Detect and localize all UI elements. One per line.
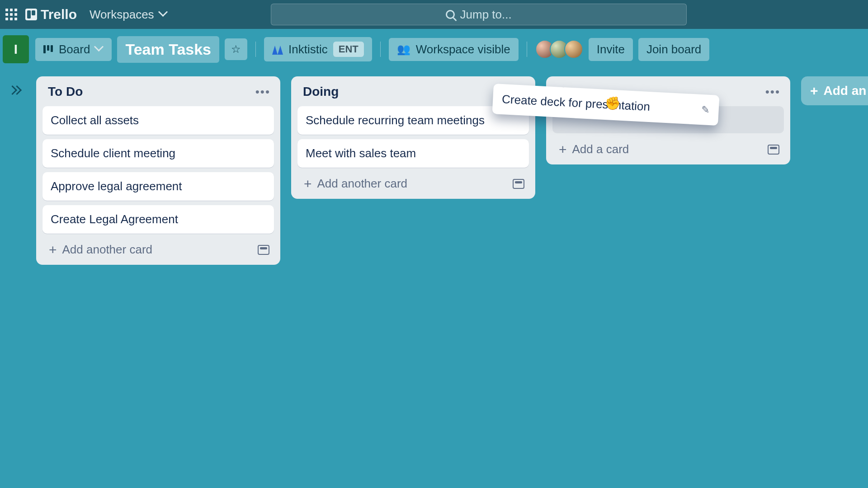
chevron-down-icon <box>95 45 104 53</box>
add-card-button[interactable]: +Add a card <box>552 138 784 161</box>
card-template-icon[interactable] <box>768 145 779 155</box>
card-text: Approve legal agreement <box>51 179 182 193</box>
invite-button[interactable]: Invite <box>589 38 633 61</box>
card[interactable]: Meet with sales team <box>297 139 529 168</box>
trello-logo-text: Trello <box>41 7 77 22</box>
plus-icon: + <box>49 243 57 257</box>
divider <box>255 42 256 57</box>
card[interactable]: Approve legal agreement <box>42 172 274 201</box>
board-header-row: I Board Team Tasks ☆ Inktistic ENT 👥 Wor… <box>0 29 868 63</box>
card-template-icon[interactable] <box>258 245 269 255</box>
trello-logo[interactable]: Trello <box>25 7 77 22</box>
workspace-initial: I <box>14 42 18 57</box>
invite-label: Invite <box>597 42 625 56</box>
list-title[interactable]: To Do <box>48 84 83 99</box>
add-card-button[interactable]: +Add another card <box>297 172 529 195</box>
search-input[interactable]: Jump to... <box>271 4 687 25</box>
dragging-card-text: Create deck for presentation <box>502 92 651 114</box>
card-template-icon[interactable] <box>513 179 524 189</box>
add-card-button[interactable]: +Add another card <box>42 238 274 261</box>
add-card-label: Add a card <box>572 142 629 156</box>
add-card-label: Add another card <box>317 177 407 191</box>
add-list-label: Add an <box>824 84 867 98</box>
list-menu-button[interactable]: ••• <box>765 85 780 99</box>
plus-icon: + <box>304 177 312 191</box>
apps-menu-icon[interactable] <box>5 9 17 20</box>
board-members[interactable] <box>535 40 583 59</box>
workspaces-dropdown[interactable]: Workspaces <box>85 5 172 24</box>
card[interactable]: Create Legal Agreement <box>42 205 274 234</box>
org-plan-badge: ENT <box>333 42 364 57</box>
card-text: Meet with sales team <box>306 146 416 160</box>
visibility-label: Workspace visible <box>416 42 510 56</box>
edit-card-icon[interactable]: ✎ <box>701 104 710 116</box>
list-todo: To Do ••• Collect all assets Schedule cl… <box>36 76 280 265</box>
visibility-button[interactable]: 👥 Workspace visible <box>389 38 519 61</box>
star-board-button[interactable]: ☆ <box>225 38 247 60</box>
join-board-button[interactable]: Join board <box>638 38 709 61</box>
divider <box>380 42 381 57</box>
card-text: Create Legal Agreement <box>51 212 178 226</box>
plus-icon: + <box>810 84 818 98</box>
list-menu-button[interactable]: ••• <box>255 85 270 99</box>
top-nav: Trello Workspaces Jump to... <box>0 0 868 29</box>
expand-sidebar-button[interactable] <box>7 81 24 99</box>
search-placeholder: Jump to... <box>460 8 512 22</box>
board-view-label: Board <box>59 42 90 56</box>
board-view-switcher[interactable]: Board <box>35 38 112 61</box>
avatar[interactable] <box>564 40 583 59</box>
star-icon: ☆ <box>231 43 241 56</box>
chevron-down-icon <box>160 10 168 19</box>
search-icon <box>446 10 455 19</box>
org-link[interactable]: Inktistic ENT <box>264 37 372 61</box>
plus-icon: + <box>559 143 567 156</box>
list-title[interactable]: Doing <box>303 84 339 99</box>
workspaces-label: Workspaces <box>90 8 154 22</box>
people-icon: 👥 <box>397 43 410 56</box>
divider <box>527 42 527 57</box>
card-text: Schedule client meeting <box>51 146 175 160</box>
trello-logo-icon <box>25 9 37 20</box>
workspace-initial-tile[interactable]: I <box>3 35 29 63</box>
chevron-double-right-icon <box>11 85 21 95</box>
atlassian-icon <box>272 44 283 55</box>
org-name: Inktistic <box>288 42 328 56</box>
board-title[interactable]: Team Tasks <box>117 36 219 63</box>
board-header: Board Team Tasks ☆ Inktistic ENT 👥 Works… <box>29 29 868 63</box>
card[interactable]: Collect all assets <box>42 106 274 135</box>
board-canvas: To Do ••• Collect all assets Schedule cl… <box>27 66 868 488</box>
card[interactable]: Schedule client meeting <box>42 139 274 168</box>
board-title-text: Team Tasks <box>125 41 211 58</box>
join-board-label: Join board <box>646 42 701 56</box>
card-text: Schedule recurring team meetings <box>306 113 485 127</box>
board-view-icon <box>43 45 53 53</box>
add-card-label: Add another card <box>62 243 152 257</box>
add-list-button[interactable]: + Add an <box>801 76 868 105</box>
card-text: Collect all assets <box>51 113 139 127</box>
